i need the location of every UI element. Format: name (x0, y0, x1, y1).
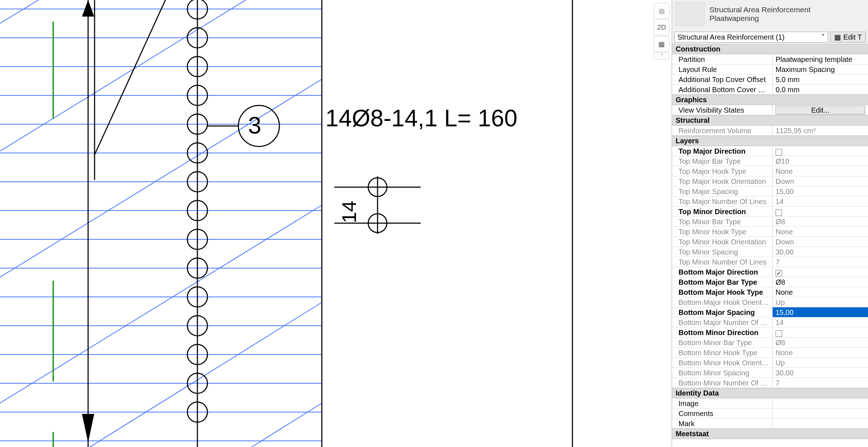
property-value[interactable]: 30,00 (773, 368, 868, 378)
home-icon[interactable]: ◎ (654, 3, 670, 19)
property-row: PartitionPlaatwapening template (672, 54, 868, 64)
property-value[interactable] (773, 146, 868, 156)
property-value[interactable]: 14 (773, 197, 868, 206)
property-label: Bottom Minor Number Of Lin... (672, 378, 773, 388)
property-label: View Visibility States (672, 105, 773, 115)
property-value[interactable]: 0,0 mm (773, 85, 868, 94)
property-label: Partition (672, 54, 773, 64)
property-row: Bottom Minor Hook TypeNone (672, 348, 868, 358)
property-group-header[interactable]: Meetstaat (672, 429, 868, 439)
property-row: Image (672, 398, 868, 408)
nav-expand-icon[interactable]: ˅ (654, 53, 670, 60)
rebar-annotation: 14Ø8-14,1 L= 160 (325, 104, 517, 132)
property-row: View Visibility StatesEdit... (672, 105, 868, 115)
property-label: Top Major Hook Type (672, 166, 773, 176)
property-value[interactable]: Down (773, 237, 868, 247)
property-row: Bottom Major Bar TypeØ8 (672, 277, 868, 287)
property-row: Bottom Minor Number Of Lin...7 (672, 378, 868, 388)
svg-line-49 (95, 0, 165, 155)
property-label: Top Minor Spacing (672, 247, 773, 257)
type-selector-dropdown[interactable]: Structural Area Reinforcement (1) ˅ (674, 32, 828, 42)
property-label: Reinforcement Volume (672, 126, 773, 135)
checkbox[interactable] (776, 270, 782, 276)
property-value[interactable]: 7 (773, 257, 868, 267)
drawing-canvas[interactable]: 14Ø8-14,1 L= 160 3 14 (0, 0, 651, 447)
properties-grid: ConstructionPartitionPlaatwapening templ… (672, 44, 868, 447)
svg-line-18 (0, 79, 322, 277)
property-label: Top Minor Hook Type (672, 227, 773, 236)
property-value[interactable] (773, 419, 868, 428)
property-value[interactable] (773, 267, 868, 277)
checkbox[interactable] (776, 209, 782, 216)
property-row: Bottom Minor Spacing30,00 (672, 368, 868, 378)
property-row: Mark (672, 419, 868, 429)
rebar-tag-number: 3 (248, 112, 261, 139)
property-label: Mark (672, 419, 773, 428)
property-value[interactable]: Plaatwapening template (773, 54, 868, 64)
property-value[interactable]: Edit... (773, 105, 868, 115)
svg-line-19 (0, 205, 322, 403)
property-value[interactable]: 7 (773, 378, 868, 388)
property-row: Bottom Major Number Of Lines14 (672, 317, 868, 328)
property-group-header[interactable]: Graphics (672, 95, 868, 105)
property-label: Top Major Direction (672, 146, 773, 156)
property-row: Additional Top Cover Offset5,0 mm (672, 74, 868, 85)
property-group-header[interactable]: Layers (672, 136, 868, 146)
spacing-dim: 14 (337, 201, 361, 223)
property-row: Top Minor Spacing30,00 (672, 247, 868, 257)
edit-type-button[interactable]: ▦ Edit T (830, 32, 866, 42)
edit-button[interactable]: Edit... (776, 106, 865, 114)
property-value[interactable]: Up (773, 358, 868, 367)
type-name: Plaatwapening (709, 14, 810, 23)
property-value[interactable]: Maximum Spacing (773, 64, 868, 74)
property-label: Bottom Major Hook Type (672, 287, 773, 297)
checkbox[interactable] (776, 149, 782, 155)
property-value[interactable] (773, 408, 868, 418)
property-value[interactable]: Ø8 (773, 277, 868, 287)
property-label: Image (672, 398, 773, 408)
property-label: Top Major Number Of Lines (672, 197, 773, 206)
navcube-icon[interactable]: ▦ (654, 36, 670, 52)
property-label: Top Minor Number Of Lines (672, 257, 773, 267)
property-row: Additional Bottom Cover Offset0,0 mm (672, 85, 868, 95)
property-value[interactable] (773, 207, 868, 216)
property-value[interactable]: 14 (773, 317, 868, 327)
property-label: Bottom Major Hook Orientati... (672, 297, 773, 307)
property-value[interactable]: None (773, 227, 868, 236)
property-label: Bottom Major Direction (672, 267, 773, 277)
property-value[interactable] (773, 328, 868, 337)
property-value[interactable]: Ø10 (773, 156, 868, 166)
property-label: Bottom Minor Bar Type (672, 338, 773, 347)
property-row: Top Minor Hook TypeNone (672, 227, 868, 237)
property-row: Bottom Minor Bar TypeØ8 (672, 338, 868, 348)
property-value[interactable]: None (773, 166, 868, 176)
property-value[interactable]: Ø8 (773, 338, 868, 347)
property-value[interactable]: Down (773, 176, 868, 186)
property-value[interactable]: 30,00 (773, 247, 868, 257)
property-group-header[interactable]: Construction (672, 44, 868, 54)
property-group-header[interactable]: Structural (672, 115, 868, 126)
property-row: Top Major Direction (672, 146, 868, 156)
property-value[interactable]: Ø8 (773, 217, 868, 226)
property-value[interactable]: 5,0 mm (773, 74, 868, 84)
property-value[interactable]: None (773, 348, 868, 357)
property-row: Top Minor Direction (672, 207, 868, 217)
property-value[interactable]: 15,00 (773, 186, 868, 196)
type-preview: Structural Area Reinforcement Plaatwapen… (672, 0, 868, 30)
view-2d-icon[interactable]: 2D (654, 19, 670, 35)
svg-marker-29 (82, 0, 94, 17)
property-row: Top Major Spacing15,00 (672, 186, 868, 197)
properties-panel: Structural Area Reinforcement Plaatwapen… (672, 0, 868, 447)
property-value[interactable]: 15,00 (773, 307, 868, 317)
property-value[interactable]: 1125,95 cm³ (773, 126, 868, 135)
checkbox[interactable] (776, 330, 782, 337)
svg-line-21 (252, 403, 322, 447)
property-group-header[interactable]: Identity Data (672, 388, 868, 398)
property-value[interactable]: None (773, 287, 868, 297)
property-label: Bottom Major Number Of Lines (672, 317, 773, 327)
property-value[interactable] (773, 398, 868, 408)
property-label: Top Minor Bar Type (672, 217, 773, 226)
property-row: Top Major Hook OrientationDown (672, 176, 868, 186)
property-row: Top Minor Number Of Lines7 (672, 257, 868, 267)
property-value[interactable]: Up (773, 297, 868, 307)
